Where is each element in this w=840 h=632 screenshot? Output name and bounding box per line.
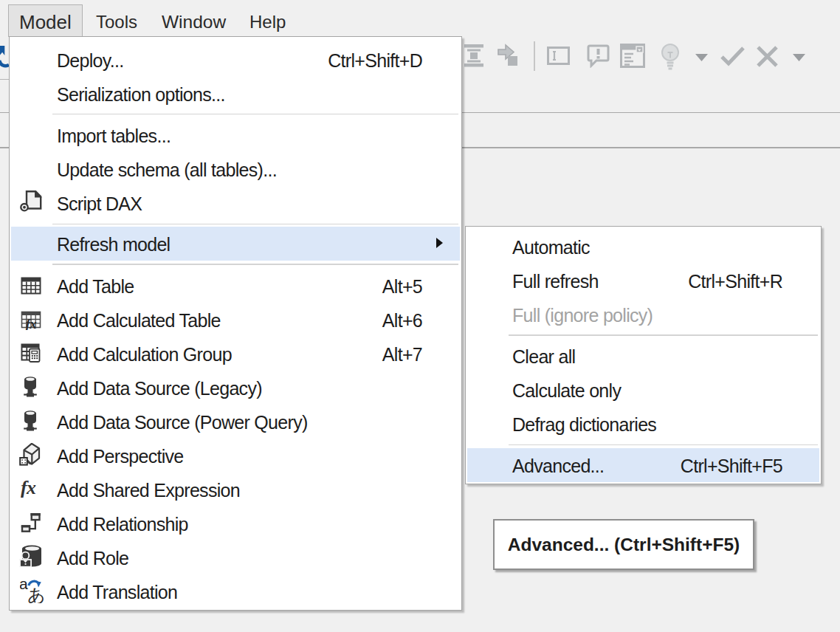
svg-text:fx: fx: [26, 316, 38, 330]
svg-text:あ: あ: [27, 585, 44, 603]
svg-text:fx: fx: [21, 479, 36, 498]
